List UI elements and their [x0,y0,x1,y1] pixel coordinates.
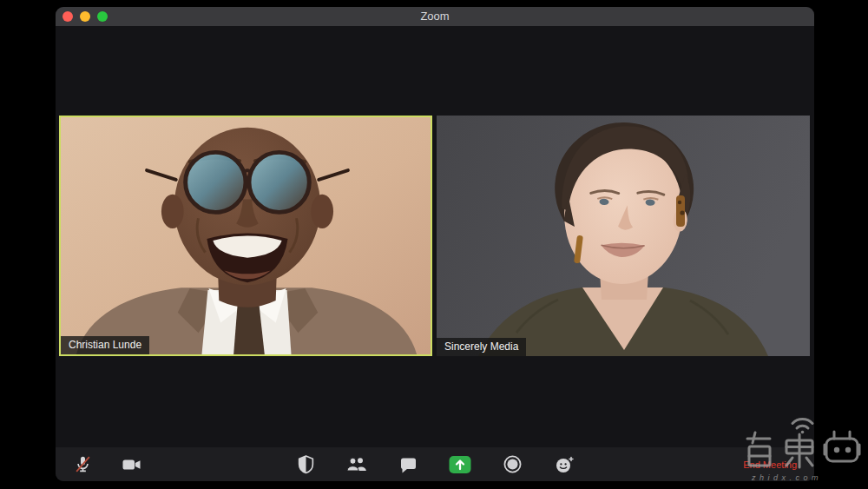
meeting-toolbar: End Meeting [56,447,814,481]
reactions-button[interactable] [549,451,580,479]
participant-video-sincerely [437,116,810,356]
titlebar[interactable]: Zoom [56,7,814,26]
end-meeting-button[interactable]: End Meeting [743,459,797,470]
reactions-icon [554,455,575,474]
desktop: { "window": { "title": "Zoom" }, "partic… [0,0,868,489]
participants-button[interactable] [340,451,372,479]
security-button[interactable] [290,451,321,479]
window-title: Zoom [56,7,814,26]
participant-name-label: Sincerely Media [437,338,526,356]
video-tile-sincerely-media[interactable]: Sincerely Media [437,116,810,356]
video-camera-icon [121,455,143,474]
microphone-muted-icon [73,454,93,474]
video-button[interactable] [116,451,148,479]
share-screen-button[interactable] [444,451,476,479]
participant-name-label: Christian Lunde [61,336,149,354]
record-button[interactable] [496,451,528,479]
video-tile-christian-lunde[interactable]: Christian Lunde [59,116,432,356]
zoom-window: Zoom [56,7,814,481]
shield-icon [296,454,316,474]
share-screen-icon [448,454,472,475]
chat-bubble-icon [398,455,418,474]
participants-icon [345,455,368,473]
record-icon [503,454,523,474]
chat-button[interactable] [392,451,424,479]
mute-button[interactable] [67,451,98,479]
participant-video-christian [61,117,431,354]
